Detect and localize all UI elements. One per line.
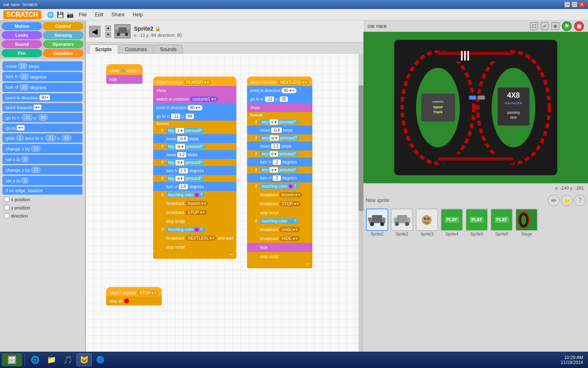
block-stop-script-2[interactable]: stop script [153, 242, 236, 251]
sprite-cell-stage[interactable]: Stage [515, 209, 538, 236]
block-stop-script-4[interactable]: stop script [247, 252, 312, 261]
menu-file[interactable]: File [76, 11, 90, 18]
block-broadcast-hide[interactable]: broadcast HIDE ▾ [247, 234, 312, 243]
disk-icon[interactable]: 💾 [56, 11, 64, 19]
cat-pen-button[interactable]: Pen [2, 49, 42, 57]
block-stop-all[interactable]: stop all [106, 296, 162, 305]
cat-control-button[interactable]: Control [43, 22, 83, 30]
block-forever-1[interactable]: forever [153, 120, 236, 127]
sprite-cell-sprite5[interactable]: PLAY Sprite5 [466, 209, 488, 236]
block-hide-2[interactable]: hide [247, 243, 312, 252]
block-if-w-2[interactable]: if key w ▾ pressed? [247, 135, 312, 141]
block-point-dir-1[interactable]: point in direction 90 ▾ [153, 103, 236, 112]
tab-sounds[interactable]: Sounds [154, 45, 183, 54]
block-if-d[interactable]: if key d ▾ pressed? [153, 159, 236, 166]
expand-up[interactable]: ▲ [105, 25, 111, 31]
taskbar-chrome[interactable]: 🔵 [93, 353, 108, 366]
tab-scripts[interactable]: Scripts [89, 45, 118, 54]
start-button[interactable]: 🪟 [2, 353, 22, 366]
cat-looks-button[interactable]: Looks [2, 31, 42, 39]
block-when-flag[interactable]: when ⚑ clicked [106, 64, 143, 75]
block-turn-d[interactable]: turn ↻ 2.5 degrees [153, 166, 236, 175]
cat-operators-button[interactable]: Operators [43, 40, 83, 48]
camera-icon[interactable]: 📷 [66, 11, 74, 19]
block-turn-a[interactable]: turn ↺ 2.5 degrees [153, 182, 236, 191]
script-scrollbar[interactable] [359, 54, 363, 368]
block-direction-checkbox[interactable]: direction [2, 212, 82, 219]
block-stop-script-3[interactable]: stop script [247, 208, 312, 217]
maximize-button[interactable]: □ [572, 2, 577, 7]
block-receive-playgo[interactable]: when I receive PLAYGO ▾ [153, 76, 236, 86]
cat-variables-button[interactable]: Variables [43, 49, 83, 57]
block-set-y[interactable]: set y to 0 [2, 176, 82, 185]
block-goto-xy-2[interactable]: go to x: -22 y: 35 [247, 94, 312, 103]
block-stop-script-1[interactable]: stop script [153, 217, 236, 226]
menu-share[interactable]: Share [108, 11, 128, 18]
paint-sprite-button[interactable]: ✏ [548, 195, 559, 206]
block-bounce[interactable]: if on edge, bounce [2, 186, 82, 195]
sprite-cell-sprite6[interactable]: PLAY Sprite6 [490, 209, 513, 236]
block-move-pos1[interactable]: move 1.2 steps [153, 150, 236, 159]
taskbar-ie[interactable]: 🌐 [27, 353, 43, 366]
block-move-pos2[interactable]: move 1.2 steps [247, 141, 312, 150]
block-receive-nextlevl[interactable]: when I receive NEXTLEVL ▾ [247, 76, 312, 86]
block-broadcast-booom[interactable]: broadcast booom ▾ [153, 199, 236, 208]
script-area[interactable]: when ⚑ clicked hide when I receive PLAYG… [86, 54, 363, 368]
star-sprite-button[interactable]: ⭐ [561, 195, 572, 206]
expand-down[interactable]: ▼ [105, 32, 111, 38]
collapse-arrow[interactable]: ◀ [89, 26, 100, 37]
block-forever-2[interactable]: forever [247, 112, 312, 119]
taskbar-explorer[interactable]: 📁 [44, 353, 59, 366]
block-if-touching-4[interactable]: if touching color ? [247, 217, 312, 225]
block-broadcast-stop-2[interactable]: broadcast STOP ▾ [247, 199, 312, 208]
block-broadcast-booom-2[interactable]: broadcast booom ▾ [247, 190, 312, 199]
help-sprite-button[interactable]: ? [574, 195, 586, 206]
fullscreen-icon[interactable]: ⛶ [530, 22, 538, 30]
block-show-1[interactable]: show [153, 86, 236, 95]
globe-icon[interactable]: 🌐 [46, 11, 54, 19]
block-glide[interactable]: glide 1 secs to x: -11 y: 84 [2, 133, 82, 143]
close-button[interactable]: ✕ [579, 2, 585, 7]
cat-motion-button[interactable]: Motion [2, 22, 42, 30]
block-move-neg1[interactable]: move -0.8 steps [153, 134, 236, 143]
block-switch-costume[interactable]: switch to costume costume1 ▾ [153, 94, 236, 103]
presentation-icon[interactable]: ⤢ [541, 22, 549, 30]
block-if-touching-1[interactable]: if touching color ? [153, 191, 236, 199]
menu-help[interactable]: Help [129, 11, 146, 18]
tab-costumes[interactable]: Costumes [119, 45, 153, 54]
block-goto[interactable]: go to ▾ [2, 123, 82, 132]
block-if-touching-3[interactable]: if touching color ? [247, 182, 312, 190]
block-if-touching-2[interactable]: if touching color ? [153, 226, 236, 233]
block-move-neg2[interactable]: move -0.8 steps [247, 126, 312, 135]
block-point-dir-2[interactable]: point in direction 90 ▾ [247, 86, 312, 95]
block-if-w[interactable]: if key w ▾ pressed? [153, 143, 236, 150]
minimize-button[interactable]: — [564, 2, 570, 7]
taskbar-scratch[interactable]: 🐱 [76, 353, 92, 366]
block-point-towards[interactable]: point towards ▾ [2, 103, 82, 112]
block-if-s-2[interactable]: if key s ▾ pressed? [247, 119, 312, 126]
green-flag-button[interactable]: ⚑ [562, 21, 572, 31]
block-turn-a-2[interactable]: turn ↺ 2 degrees [247, 173, 312, 182]
block-turn-d-2[interactable]: turn ↻ 2 degrees [247, 157, 312, 166]
block-yposition-checkbox[interactable]: y position [2, 204, 82, 211]
block-turn-cw[interactable]: turn ↻ 15 degrees [2, 72, 82, 81]
sprite-cell-sprite3[interactable]: Sprite3 [416, 209, 438, 236]
block-goto-xy-1[interactable]: go to x: -11 y: 84 [153, 112, 236, 121]
cat-sensing-button[interactable]: Sensing [43, 31, 83, 39]
block-xposition-checkbox[interactable]: x position [2, 196, 82, 203]
sprite-cell-sprite1[interactable]: Sprite1 [391, 209, 413, 236]
menu-edit[interactable]: Edit [91, 11, 107, 18]
block-if-s[interactable]: if key s ▾ pressed? [153, 127, 236, 134]
block-receive-stop[interactable]: when I receive STOP ▾ [106, 287, 162, 297]
taskbar-media[interactable]: 🎵 [60, 353, 76, 366]
block-point-direction[interactable]: point in direction 90 [2, 93, 82, 102]
block-set-x[interactable]: set x to 0 [2, 155, 82, 164]
sprite-cell-sprite2[interactable]: Sprite2 [366, 209, 388, 236]
scrollbar-thumb[interactable] [359, 85, 363, 211]
sprite-cell-sprite4[interactable]: PLAY Sprite4 [441, 209, 463, 236]
block-broadcast-creds[interactable]: broadcast creds ▾ [247, 225, 312, 234]
block-change-x[interactable]: change x by 10 [2, 144, 82, 153]
block-goto-xy[interactable]: go to x: -11 y: 84 [2, 113, 82, 122]
block-if-a[interactable]: if key a ▾ pressed? [153, 175, 236, 182]
extra-icon[interactable]: ⊞ [551, 22, 559, 30]
